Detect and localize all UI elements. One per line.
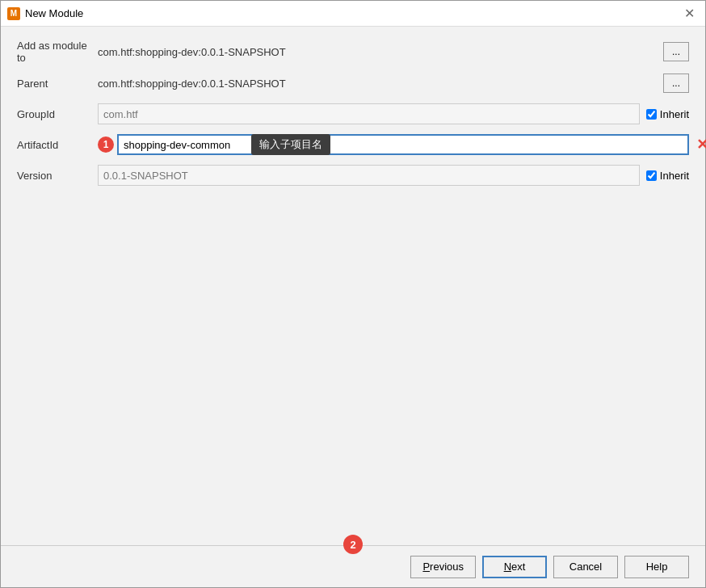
group-id-inherit: Inherit	[646, 108, 689, 120]
dialog-title: New Module	[25, 7, 83, 19]
dialog-footer: 2 PPreviousrevious Next Cancel Help	[1, 545, 705, 587]
group-id-input[interactable]	[98, 103, 640, 124]
group-id-label: GroupId	[17, 108, 98, 120]
artifact-id-input-wrapper: 1 输入子项目名 ✕	[98, 134, 689, 155]
cancel-button[interactable]: Cancel	[553, 556, 618, 578]
add-as-module-value: com.htf:shopping-dev:0.0.1-SNAPSHOT	[98, 46, 657, 58]
group-id-inherit-checkbox[interactable]	[646, 109, 657, 120]
version-inherit-label: Inherit	[660, 170, 689, 182]
version-inherit: Inherit	[646, 170, 689, 182]
artifact-id-label: ArtifactId	[17, 139, 98, 151]
step-1-badge: 1	[98, 136, 114, 153]
group-id-inherit-label: Inherit	[660, 108, 689, 120]
titlebar-left: M New Module	[7, 7, 83, 20]
validation-error-icon: ✕	[696, 136, 706, 153]
version-label: Version	[17, 170, 98, 182]
group-id-input-row	[98, 103, 640, 124]
artifact-id-row: ArtifactId 1 输入子项目名 ✕	[17, 133, 689, 156]
step-2-badge: 2	[343, 535, 363, 554]
add-as-module-label: Add as module to	[17, 40, 98, 64]
parent-value: com.htf:shopping-dev:0.0.1-SNAPSHOT	[98, 78, 657, 90]
version-row: Version Inherit	[17, 164, 689, 187]
parent-label: Parent	[17, 78, 98, 90]
parent-row: Parent com.htf:shopping-dev:0.0.1-SNAPSH…	[17, 72, 689, 94]
close-button[interactable]: ✕	[679, 4, 699, 23]
group-id-row: GroupId Inherit	[17, 103, 689, 125]
new-module-dialog: M New Module ✕ Add as module to com.htf:…	[0, 0, 706, 588]
previous-button[interactable]: PPreviousrevious	[410, 556, 476, 578]
app-icon: M	[7, 7, 20, 20]
parent-browse-button[interactable]: ...	[663, 74, 689, 93]
add-as-module-row: Add as module to com.htf:shopping-dev:0.…	[17, 40, 689, 64]
version-inherit-checkbox[interactable]	[646, 170, 657, 181]
form-content: Add as module to com.htf:shopping-dev:0.…	[1, 27, 705, 545]
next-button[interactable]: Next	[482, 556, 547, 578]
version-input[interactable]	[98, 165, 640, 186]
add-as-module-browse-button[interactable]: ...	[663, 42, 689, 61]
help-button[interactable]: Help	[624, 556, 689, 578]
artifact-id-tooltip: 输入子项目名	[251, 134, 330, 155]
artifact-id-input[interactable]	[117, 134, 689, 155]
titlebar: M New Module ✕	[1, 1, 705, 27]
version-input-row	[98, 165, 640, 186]
